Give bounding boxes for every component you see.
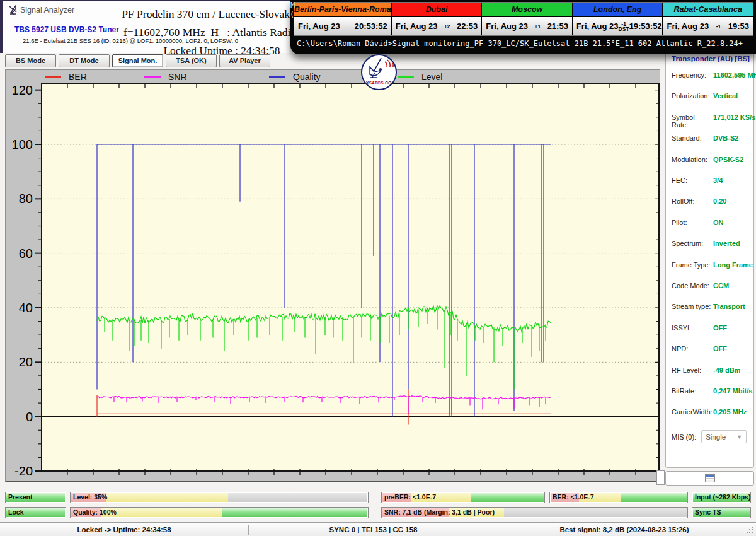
tab-av-player[interactable]: AV Player	[219, 54, 270, 67]
signal-chart-panel: BERSNRQualityLevel 120100806040200-20	[5, 69, 660, 482]
stream-caption: PF Prodelin 370 cm / Lucenec-Slovakia f=…	[121, 5, 299, 60]
hidden-text-fragment: (	[290, 10, 294, 19]
tp-value: 171,012 KS/s	[713, 114, 755, 129]
mis-value: Single	[706, 433, 726, 441]
bar-label: Level: 35%	[73, 493, 107, 501]
dxsatcs-logo: DXSATCS.COM	[361, 54, 397, 90]
signal-chart: 120100806040200-20	[6, 70, 660, 481]
bar-segment-yellow	[101, 508, 222, 517]
dish-drawing-icon	[362, 55, 396, 81]
clock-date: Fri, Aug 23	[396, 21, 438, 31]
transponder-info-panel: Transponder (AU) [BS] Frequency:11602,59…	[665, 49, 754, 468]
resize-grip[interactable]	[747, 527, 755, 535]
tab-tsa-ok-[interactable]: TSA (OK)	[166, 54, 217, 67]
svg-text:-20: -20	[14, 464, 33, 478]
clock-date: Fri, Aug 23	[486, 21, 528, 31]
tp-row-pilot-: Pilot:ON	[672, 219, 750, 226]
svg-text:20: 20	[19, 355, 33, 369]
bar-segment-green	[222, 508, 367, 517]
tp-row-rolloff-: RollOff:0.20	[672, 197, 750, 205]
caption-line1: PF Prodelin 370 cm / Lucenec-Slovakia	[121, 5, 299, 23]
tp-value: QPSK-S2	[713, 156, 750, 163]
bar-sync-ts: Sync TS	[692, 507, 751, 518]
clock-dubai: DubaiFri, Aug 23+222:53	[392, 3, 483, 35]
bar-preber-1-0e-7: preBER: <1.0E-7	[381, 492, 545, 503]
tp-value: ON	[713, 219, 750, 226]
tp-label: Spectrum:	[672, 240, 713, 247]
tab-dt-mode[interactable]: DT Mode	[59, 54, 110, 67]
tp-value: Long Frame	[713, 261, 753, 269]
tp-value: 11602,595 MHz	[713, 71, 756, 79]
tp-value: OFF	[713, 345, 750, 352]
tp-value: -49 dBm	[713, 366, 750, 374]
clock-moscow: MoscowFri, Aug 23+121:53	[482, 3, 573, 35]
stream-info-button[interactable]	[665, 471, 754, 486]
tp-label: RollOff:	[672, 197, 713, 205]
bar-label: Sync TS	[695, 508, 721, 516]
svg-text:100: 100	[12, 137, 33, 151]
bar-label: SNR: 7,1 dB (Margin: 3,1 dB | Poor)	[384, 508, 495, 516]
clock-time: 22:53	[457, 21, 478, 31]
svg-text:60: 60	[19, 247, 33, 260]
tp-row-issyi: ISSYIOFF	[672, 324, 750, 332]
bar-label: Quality: 100%	[73, 508, 117, 516]
tp-row-frequency-: Frequency:11602,595 MHz	[672, 71, 750, 79]
clock-city: Dubai	[392, 3, 482, 17]
logo-text: DXSATCS.COM	[362, 81, 396, 85]
tuner-name: TBS 5927 USB DVB-S2 Tuner	[14, 25, 119, 34]
world-clock-panel: Berlin-Paris-Vienna-RomaFri, Aug 2320:53…	[294, 2, 753, 36]
clock-time: 19:53:52	[629, 21, 662, 31]
app-window: Signal Analyzer TBS 5927 USB DVB-S2 Tune…	[0, 0, 756, 536]
clock-time-row: Fri, Aug 23-119:53	[663, 17, 753, 35]
clock-date: Fri, Aug 23	[576, 21, 619, 31]
tp-row-polarization-: Polarization:Vertical	[672, 92, 750, 100]
clock-rabat-casablanca: Rabat-CasablancaFri, Aug 23-119:53	[663, 3, 753, 35]
clock-city: Moscow	[482, 3, 572, 17]
tp-row-standard-: Standard:DVB-S2	[672, 134, 750, 142]
svg-text:0: 0	[26, 410, 33, 424]
bar-lock: Lock	[5, 507, 66, 518]
bar-segment-gray	[228, 493, 367, 502]
tp-row-modulation-: Modulation:QPSK-S2	[672, 156, 750, 163]
console-prompt: C:\Users\Roman Dávid>Signal monitoring_P…	[297, 39, 743, 48]
tp-row-spectrum-: Spectrum:Inverted	[672, 240, 750, 247]
tp-label: Symbol Rate:	[672, 114, 713, 129]
bar-segment-green	[621, 493, 687, 502]
bar-segment-green	[471, 493, 544, 502]
transponder-rows: Frequency:11602,595 MHzPolarization:Vert…	[666, 50, 753, 467]
svg-text:80: 80	[19, 192, 33, 206]
tab-signal-mon-[interactable]: Signal Mon.	[112, 54, 163, 67]
statusbar-best-signal: Best signal: 8,2 dB (2024-08-23 15:26)	[498, 523, 750, 536]
bar-label: BER: <1.0E-7	[553, 493, 594, 501]
console-panel: Berlin-Paris-Vienna-RomaFri, Aug 2320:53…	[290, 0, 756, 54]
tp-label: Pilot:	[672, 219, 713, 226]
bar-label: preBER: <1.0E-7	[384, 493, 436, 501]
clock-utc-offset: -1DST	[619, 21, 629, 32]
tp-value: Vertical	[713, 92, 750, 100]
tp-value: CCM	[713, 282, 750, 289]
tp-row-npd-: NPD:OFF	[672, 345, 750, 352]
tab-bs-mode[interactable]: BS Mode	[5, 54, 56, 67]
mis-dropdown[interactable]: Single ▼	[701, 430, 747, 443]
tp-label: Frame Type:	[672, 261, 713, 269]
bar-present: Present	[5, 492, 66, 503]
tp-label: Modulation:	[672, 156, 713, 163]
satellite-dish-icon	[8, 4, 19, 15]
clock-date: Fri, Aug 23	[667, 21, 709, 31]
clock-time-row: Fri, Aug 2320:53:52	[294, 17, 391, 35]
clock-utc-offset: -1	[709, 24, 728, 29]
tp-label: ISSYI	[672, 324, 713, 332]
clock-utc-offset: +1	[528, 24, 547, 29]
window-title: Signal Analyzer	[20, 6, 74, 15]
tp-row-frame-type-: Frame Type:Long Frame	[672, 261, 750, 269]
tp-row-rf-level-: RF Level:-49 dBm	[672, 366, 750, 374]
bar-label: Present	[8, 493, 33, 501]
bar-segment-gray	[504, 508, 687, 517]
mis-label: MIS (0):	[672, 433, 696, 441]
clock-time-row: Fri, Aug 23-1DST19:53:52	[573, 17, 663, 35]
tp-row-symbol-rate-: Symbol Rate:171,012 KS/s	[672, 114, 750, 129]
clock-time: 21:53	[547, 21, 568, 31]
statusbar-uptime: Locked -> Uptime: 24:34:58	[0, 523, 248, 536]
bar-input-282-kbps-: Input (~282 Kbps)	[692, 492, 751, 503]
clock-time: 20:53:52	[355, 21, 387, 31]
